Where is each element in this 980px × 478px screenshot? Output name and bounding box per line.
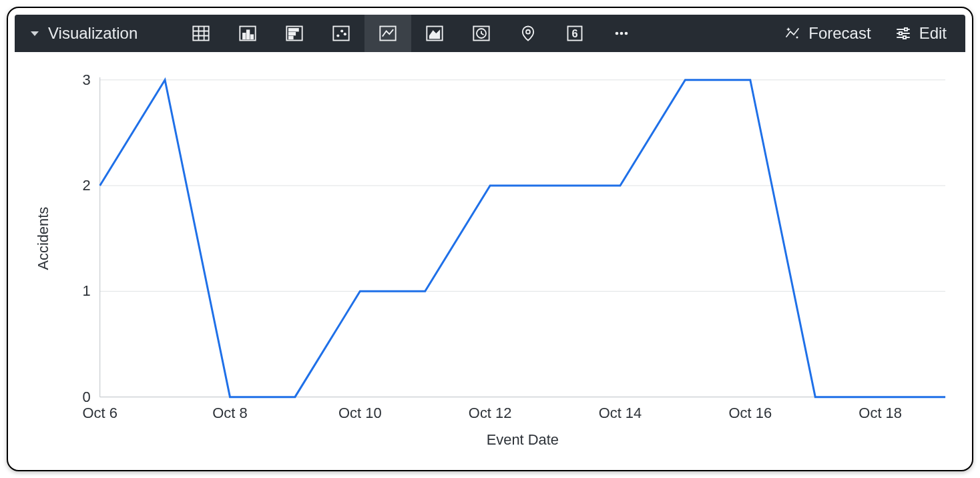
svg-rect-12 bbox=[289, 37, 293, 39]
data-line bbox=[100, 80, 945, 397]
edit-label: Edit bbox=[919, 24, 947, 43]
visualization-type-list: 6 bbox=[178, 15, 645, 52]
x-tick-label: Oct 16 bbox=[729, 405, 772, 421]
line-chart-icon bbox=[379, 24, 397, 43]
vis-type-single-value[interactable]: 6 bbox=[551, 15, 598, 52]
settings-sliders-icon bbox=[895, 25, 911, 41]
svg-point-25 bbox=[616, 32, 619, 35]
svg-rect-6 bbox=[243, 33, 246, 39]
clock-icon bbox=[472, 24, 491, 43]
svg-point-22 bbox=[526, 30, 530, 34]
table-icon bbox=[192, 24, 210, 43]
svg-rect-13 bbox=[334, 27, 349, 41]
svg-marker-28 bbox=[786, 27, 790, 31]
x-tick-label: Oct 12 bbox=[469, 405, 512, 421]
x-tick-label: Oct 14 bbox=[599, 405, 642, 421]
x-tick-label: Oct 6 bbox=[82, 405, 117, 421]
y-tick-label: 1 bbox=[82, 282, 90, 299]
forecast-icon bbox=[784, 25, 800, 41]
svg-marker-19 bbox=[429, 29, 440, 39]
app-frame: Visualization bbox=[7, 7, 973, 471]
svg-point-29 bbox=[796, 37, 798, 39]
x-tick-label: Oct 8 bbox=[212, 405, 247, 421]
vis-type-line[interactable] bbox=[364, 15, 411, 52]
svg-text:6: 6 bbox=[572, 27, 578, 39]
y-tick-label: 3 bbox=[82, 71, 90, 88]
y-axis-title: Accidents bbox=[35, 207, 51, 270]
svg-rect-34 bbox=[899, 32, 902, 35]
bar-chart-icon bbox=[285, 24, 304, 43]
forecast-label: Forecast bbox=[808, 24, 871, 43]
svg-rect-10 bbox=[289, 29, 298, 31]
x-tick-label: Oct 10 bbox=[338, 405, 382, 421]
vis-type-area[interactable] bbox=[411, 15, 458, 52]
y-tick-label: 0 bbox=[82, 389, 90, 405]
x-tick-label: Oct 18 bbox=[859, 405, 902, 421]
single-value-icon: 6 bbox=[565, 24, 584, 43]
vis-type-timeline[interactable] bbox=[458, 15, 505, 52]
area-chart-icon bbox=[425, 24, 444, 43]
line-chart[interactable]: 0123Oct 6Oct 8Oct 10Oct 12Oct 14Oct 16Oc… bbox=[15, 52, 965, 463]
scatter-chart-icon bbox=[332, 24, 350, 43]
svg-rect-8 bbox=[251, 35, 254, 39]
chart-area: 0123Oct 6Oct 8Oct 10Oct 12Oct 14Oct 16Oc… bbox=[15, 52, 965, 463]
x-axis-title: Event Date bbox=[487, 431, 559, 448]
vis-type-more[interactable] bbox=[598, 15, 645, 52]
vis-type-table[interactable] bbox=[178, 15, 224, 52]
svg-rect-7 bbox=[247, 30, 250, 39]
svg-rect-11 bbox=[289, 33, 295, 35]
visualization-label: Visualization bbox=[48, 24, 138, 43]
vis-type-bar[interactable] bbox=[271, 15, 318, 52]
svg-point-16 bbox=[344, 33, 346, 35]
more-icon bbox=[612, 24, 631, 43]
vis-type-column[interactable] bbox=[224, 15, 271, 52]
svg-rect-33 bbox=[905, 28, 907, 31]
svg-rect-0 bbox=[194, 27, 209, 41]
svg-rect-35 bbox=[903, 36, 906, 39]
visualization-toolbar: Visualization bbox=[15, 15, 965, 52]
map-pin-icon bbox=[519, 24, 537, 43]
caret-down-icon bbox=[31, 31, 39, 36]
forecast-button[interactable]: Forecast bbox=[772, 15, 883, 52]
svg-point-27 bbox=[625, 32, 628, 35]
column-chart-icon bbox=[238, 24, 257, 43]
svg-point-14 bbox=[337, 34, 340, 37]
svg-point-26 bbox=[620, 32, 624, 35]
svg-point-15 bbox=[340, 29, 343, 32]
visualization-toggle[interactable]: Visualization bbox=[31, 24, 138, 43]
vis-type-scatter[interactable] bbox=[318, 15, 364, 52]
vis-type-map[interactable] bbox=[505, 15, 551, 52]
edit-button[interactable]: Edit bbox=[883, 15, 959, 52]
y-tick-label: 2 bbox=[82, 177, 90, 194]
